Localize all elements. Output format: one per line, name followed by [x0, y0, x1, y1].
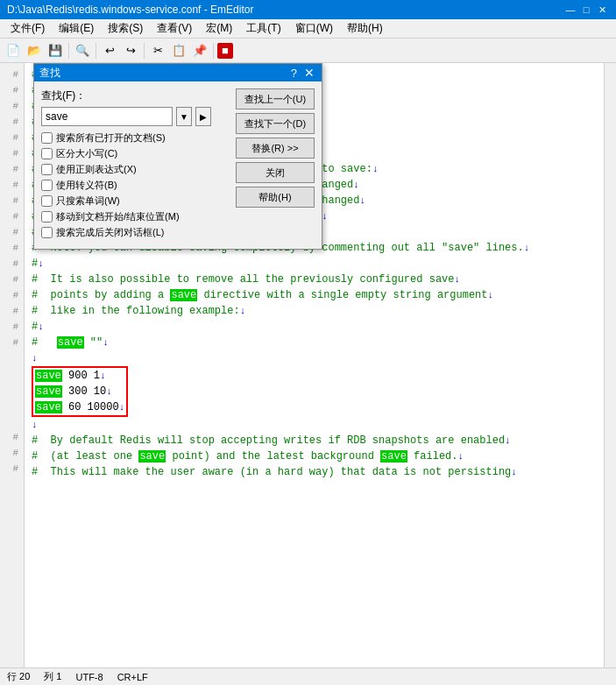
save-highlight-60: save [35, 401, 62, 413]
find-toolbar-button[interactable]: 🔍 [73, 41, 92, 60]
find-checkbox-autoclose: 搜索完成后关闭对话框(L) [41, 226, 230, 239]
save-highlight-bg: save [380, 450, 407, 463]
line-num: # [5, 114, 18, 130]
find-close-button[interactable]: ✕ [302, 66, 316, 80]
save-toolbar-button[interactable]: 💾 [46, 41, 65, 60]
find-prev-button[interactable]: 查找上一个(U) [236, 88, 315, 109]
newline-marker: ↓ [106, 386, 112, 397]
line-num: # [5, 319, 18, 335]
menu-search[interactable]: 搜索(S) [101, 19, 150, 38]
save-highlight-300: save [35, 385, 62, 398]
vertical-scrollbar[interactable] [604, 63, 616, 667]
redo-button[interactable]: ↪ [121, 41, 140, 60]
open-button[interactable]: 📂 [25, 41, 44, 60]
line-num: # [5, 193, 18, 208]
replace-button[interactable]: 替换(R) >> [236, 138, 315, 159]
minimize-button[interactable]: — [563, 3, 577, 17]
newline-marker: ↓ [458, 451, 464, 462]
status-encoding: UTF-8 [75, 672, 103, 682]
line-num: # [5, 161, 18, 177]
line-num: # [5, 208, 18, 224]
checkbox-case[interactable] [41, 148, 53, 159]
find-title-text: 查找 [39, 66, 291, 81]
save-highlight-18: save [57, 336, 84, 349]
save-line-60: save 60 10000↓ [35, 399, 124, 415]
cut-button[interactable]: ✂ [148, 41, 167, 60]
menu-edit[interactable]: 编辑(E) [52, 19, 101, 38]
save-highlight-least: save [138, 450, 166, 463]
code-line-rdb: # By default Redis will stop accepting w… [32, 433, 597, 448]
checkbox-autoclose-label: 搜索完成后关闭对话框(L) [56, 226, 164, 239]
checkbox-regex[interactable] [41, 164, 53, 175]
maximize-button[interactable]: □ [579, 3, 593, 17]
line-num: # [5, 429, 18, 445]
toolbar-sep-1 [68, 43, 69, 59]
title-buttons: — □ ✕ [563, 3, 609, 17]
find-checkbox-case: 区分大小写(C) [41, 147, 230, 160]
checkbox-wrap-label: 移动到文档开始/结束位置(M) [56, 210, 180, 223]
title-text: D:\Java\Redis\redis.windows-service.conf… [7, 4, 563, 16]
status-line-ending: CR+LF [117, 672, 148, 682]
find-title-bar: 查找 ? ✕ [34, 64, 322, 81]
checkbox-word[interactable] [41, 195, 53, 207]
line-num: # [5, 224, 18, 240]
menu-tools[interactable]: 工具(T) [239, 19, 287, 38]
checkbox-escape[interactable] [41, 180, 53, 191]
code-line-19: ↓ [32, 350, 597, 366]
newline-marker: ↓ [372, 164, 379, 174]
line-num: # [5, 272, 18, 287]
code-line-13: #↓ [32, 256, 597, 272]
find-checkbox-all-docs: 搜索所有已打开的文档(S) [41, 131, 230, 145]
help-find-button[interactable]: 帮助(H) [236, 187, 315, 208]
find-input[interactable] [41, 107, 173, 126]
toolbar-sep-2 [96, 43, 96, 59]
line-num: # [5, 445, 18, 461]
checkbox-wrap[interactable] [41, 211, 53, 222]
find-checkbox-escape: 使用转义符(B) [41, 179, 230, 192]
line-num: # [5, 67, 18, 82]
paste-button[interactable]: 📌 [190, 41, 209, 60]
menu-macro[interactable]: 宏(M) [199, 19, 239, 38]
menu-window[interactable]: 窗口(W) [288, 19, 340, 38]
newline-marker: ↓ [32, 420, 38, 430]
line-num [5, 398, 18, 413]
newline-marker: ↓ [100, 371, 106, 381]
new-button[interactable]: 📄 [4, 41, 23, 60]
find-left-panel: 查找(F)： ▼ ▶ 搜索所有已打开的文档(S) 区分大小写(C) [41, 88, 230, 242]
newline-marker: ↓ [505, 435, 511, 446]
stop-button[interactable]: ■ [217, 43, 233, 59]
line-num [5, 366, 18, 382]
newline-marker: ↓ [488, 290, 494, 300]
checkbox-all-docs[interactable] [41, 132, 53, 144]
line-num [5, 413, 18, 429]
menu-view[interactable]: 查看(V) [150, 19, 199, 38]
save-line-300: save 300 10↓ [35, 384, 124, 399]
line-num: # [5, 177, 18, 193]
find-arrow-button[interactable]: ▶ [195, 107, 211, 126]
close-find-button[interactable]: 关闭 [236, 162, 315, 183]
newline-marker: ↓ [322, 211, 328, 222]
code-line-least: # (at least one save point) and the late… [32, 448, 597, 464]
undo-button[interactable]: ↩ [100, 41, 119, 60]
line-num [5, 382, 18, 398]
find-next-button[interactable]: 查找下一个(D) [236, 113, 315, 134]
checkbox-escape-label: 使用转义符(B) [56, 179, 117, 192]
newline-marker: ↓ [454, 274, 460, 285]
save-config-block: save 900 1↓ save 300 10↓ save 60 10000↓ [32, 366, 128, 417]
checkbox-autoclose[interactable] [41, 227, 53, 238]
newline-marker: ↓ [511, 467, 517, 477]
status-col: 列 1 [44, 670, 61, 683]
code-line-blank: ↓ [32, 417, 597, 433]
find-dropdown-button[interactable]: ▼ [176, 107, 192, 126]
copy-button[interactable]: 📋 [169, 41, 188, 60]
line-num: # [5, 98, 18, 114]
close-button[interactable]: ✕ [595, 3, 609, 17]
status-line: 行 20 [7, 670, 30, 683]
checkbox-regex-label: 使用正则表达式(X) [56, 163, 137, 176]
menu-help[interactable]: 帮助(H) [340, 19, 390, 38]
newline-marker: ↓ [38, 258, 44, 269]
save-highlight-900: save [35, 370, 62, 382]
find-help-icon[interactable]: ? [291, 67, 297, 80]
menu-file[interactable]: 文件(F) [4, 19, 52, 38]
toolbar-sep-3 [144, 43, 145, 59]
